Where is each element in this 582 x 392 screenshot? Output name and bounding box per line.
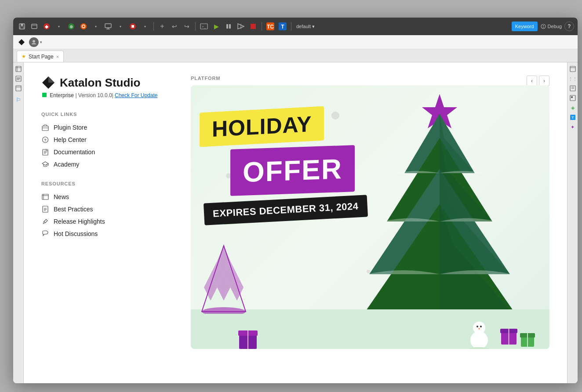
offer-text: OFFER	[230, 145, 355, 196]
plugin-store-link[interactable]: Plugin Store	[41, 121, 173, 134]
snowman-svg	[462, 314, 497, 349]
purple-gift-svg	[235, 323, 261, 349]
svg-rect-52	[42, 194, 48, 200]
sidebar-icon-1[interactable]	[15, 65, 22, 73]
debug-play-icon[interactable]	[236, 21, 246, 32]
stop-dropdown[interactable]: ▾	[140, 21, 150, 32]
page-content: Katalon Studio Enterprise | Version 10.0…	[24, 62, 567, 383]
katalon-logo	[41, 76, 55, 90]
redo-icon[interactable]: ↪	[182, 21, 192, 32]
edition-text: Enterprise	[50, 92, 74, 98]
default-profile[interactable]: default ▾	[295, 21, 316, 32]
secondary-toolbar: ▾	[13, 35, 578, 49]
keyword-button[interactable]: Keyword	[512, 22, 538, 31]
debug-icon[interactable]: Debug	[540, 23, 562, 29]
main-window: ◆ ▾ ⊕ ▾ ▾ ▾ + ↩ ↪ >_	[13, 18, 578, 383]
best-practices-icon	[41, 205, 49, 213]
terminal-icon[interactable]: >_	[199, 21, 209, 32]
right-icon-2[interactable]: ⋮⋮	[569, 75, 577, 83]
sidebar-icon-4[interactable]: ⚐	[15, 96, 22, 104]
tab-label: Start Page	[29, 54, 54, 60]
documentation-link[interactable]: Documentation	[41, 146, 173, 158]
academy-link[interactable]: Academy	[41, 158, 173, 171]
svg-point-31	[33, 40, 35, 43]
record-icon[interactable]	[78, 21, 89, 32]
svg-rect-39	[16, 86, 21, 91]
svg-rect-20	[229, 24, 231, 29]
add-icon[interactable]: +	[157, 21, 167, 32]
tab-bar: ★ Start Page ×	[13, 49, 578, 62]
play-icon[interactable]: ▶	[211, 21, 222, 32]
sidebar-icon-3[interactable]	[15, 84, 22, 92]
party-hat-svg	[197, 243, 250, 314]
svg-point-70	[473, 322, 485, 334]
svg-rect-92	[570, 66, 575, 72]
katalon-logo-small	[17, 37, 26, 47]
next-arrow[interactable]: ›	[539, 76, 549, 86]
source-control-icon[interactable]: ◆	[41, 21, 52, 32]
holiday-text-block: HOLIDAY OFFER EXPIRES DECEMBER 31, 2024	[200, 109, 367, 221]
sep2	[195, 22, 196, 31]
best-practices-label: Best Practices	[54, 206, 93, 213]
profile-button[interactable]: ▾	[29, 37, 42, 47]
plugin-store-icon	[41, 123, 49, 131]
pause-icon[interactable]	[223, 21, 234, 32]
svg-rect-12	[105, 24, 111, 28]
svg-point-11	[83, 25, 85, 28]
svg-rect-3	[32, 24, 37, 29]
default-label: default ▾	[296, 24, 315, 29]
version-line: Enterprise | Version 10.0.0| Check For U…	[42, 92, 173, 98]
holiday-text: HOLIDAY	[200, 106, 324, 147]
left-panel: Katalon Studio Enterprise | Version 10.0…	[41, 76, 173, 370]
svg-rect-98	[571, 96, 573, 98]
logo-area: Katalon Studio	[41, 76, 173, 90]
right-icon-7[interactable]: ✦	[569, 123, 577, 131]
snow-base	[191, 309, 549, 349]
right-icon-4[interactable]	[569, 94, 577, 102]
sidebar-icon-2[interactable]	[15, 75, 22, 83]
hot-discussions-icon	[41, 230, 49, 238]
execute-icon[interactable]: ⊕	[66, 21, 76, 32]
release-highlights-link[interactable]: Release Highlights	[41, 215, 173, 228]
prev-arrow[interactable]: ‹	[527, 76, 537, 86]
hot-discussions-link[interactable]: Hot Discussions	[41, 228, 173, 240]
help-button[interactable]: ?	[564, 22, 574, 31]
main-content-area: ⚐ Katalon Studio En	[13, 62, 578, 383]
banner-nav-arrows: ‹ ›	[527, 76, 549, 86]
plugin-store-label: Plugin Store	[54, 124, 87, 131]
news-link[interactable]: News	[41, 191, 173, 203]
right-panel: PLATFORM ‹ ›	[191, 76, 549, 370]
monitor-dropdown[interactable]: ▾	[115, 21, 126, 32]
source-control-dropdown[interactable]: ▾	[54, 21, 64, 32]
save-icon[interactable]	[17, 21, 27, 32]
help-center-icon: ?	[41, 136, 49, 144]
check-update-link[interactable]: Check For Update	[115, 92, 157, 98]
best-practices-link[interactable]: Best Practices	[41, 203, 173, 215]
start-page-tab[interactable]: ★ Start Page ×	[17, 51, 64, 62]
svg-point-74	[469, 347, 489, 349]
gifts-svg	[497, 318, 541, 349]
release-highlights-icon	[41, 218, 49, 225]
right-icon-6[interactable]: T	[569, 113, 577, 121]
svg-point-72	[480, 326, 482, 327]
stop-icon[interactable]	[248, 21, 258, 32]
undo-icon[interactable]: ↩	[169, 21, 180, 32]
tc-orange-icon[interactable]: TC	[265, 21, 276, 32]
debug-label: Debug	[548, 24, 562, 29]
release-highlights-label: Release Highlights	[54, 218, 105, 225]
profile-avatar	[29, 37, 39, 47]
stop-record-icon[interactable]	[127, 21, 138, 32]
right-sidebar-icons: ⋮⋮ ◈ T ✦	[567, 62, 578, 383]
monitor-icon[interactable]	[103, 21, 113, 32]
right-icon-3[interactable]	[569, 84, 577, 92]
help-center-link[interactable]: ? Help Center	[41, 134, 173, 146]
svg-rect-32	[16, 66, 21, 72]
tab-close-button[interactable]: ×	[56, 54, 59, 59]
right-icon-1[interactable]	[569, 65, 577, 73]
right-icon-5[interactable]: ◈	[569, 104, 577, 112]
tc-blue-icon[interactable]: T	[277, 21, 288, 32]
help-center-label: Help Center	[54, 136, 87, 143]
svg-marker-50	[42, 162, 48, 165]
record-dropdown[interactable]: ▾	[91, 21, 101, 32]
toolbar-icon-2[interactable]	[29, 21, 40, 32]
